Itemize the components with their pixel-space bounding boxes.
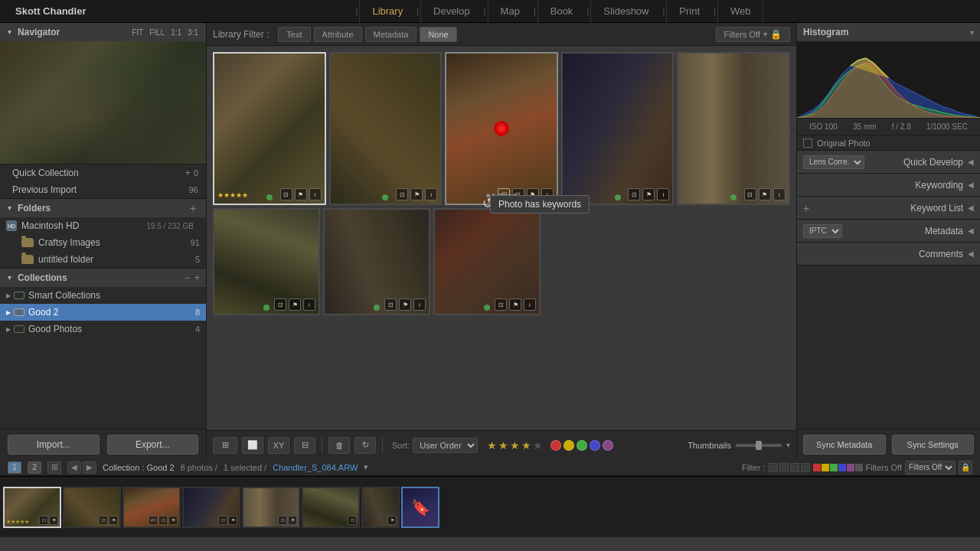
rating-star-5[interactable]: ★ bbox=[533, 439, 543, 452]
rating-star-2[interactable]: ★ bbox=[498, 439, 508, 452]
thumb-3-keyword[interactable]: 🏷 bbox=[149, 516, 158, 525]
next-photo-button[interactable]: ▶ bbox=[83, 461, 96, 474]
grid-photo-8[interactable]: ⊡ ⚑ i bbox=[433, 208, 541, 315]
prev-photo-button[interactable]: ◀ bbox=[67, 461, 81, 474]
filter-none-button[interactable]: None bbox=[420, 27, 456, 42]
filter-icon-1[interactable] bbox=[769, 463, 778, 472]
sort-select[interactable]: User Order bbox=[413, 438, 478, 453]
grid-view-tiny[interactable]: ⊞ bbox=[47, 461, 61, 474]
photo-1-flag-icon[interactable]: ⚑ bbox=[295, 188, 307, 201]
photo-5-info-icon[interactable]: i bbox=[773, 188, 786, 201]
filters-off-select[interactable]: Filters Off bbox=[905, 461, 956, 474]
filmstrip-thumb-5[interactable]: ⊡ ⚑ bbox=[242, 487, 300, 528]
catalog-previous-import[interactable]: Previous Import 96 bbox=[0, 181, 206, 198]
color-red[interactable] bbox=[550, 440, 561, 451]
photo-4-flag-icon[interactable]: ⚑ bbox=[642, 188, 655, 201]
filmstrip-lock-icon[interactable]: 🔒 bbox=[959, 461, 972, 474]
filename-dropdown[interactable]: ▾ bbox=[364, 462, 368, 472]
thumb-4-crop[interactable]: ⊡ bbox=[218, 516, 227, 525]
filmstrip-thumb-1[interactable]: ★★★★★ ⊡ ⚑ bbox=[3, 487, 61, 528]
quick-collection-add[interactable]: + bbox=[185, 168, 191, 178]
histogram-header[interactable]: Histogram ▾ bbox=[797, 23, 980, 41]
catalog-quick-collection[interactable]: Quick Collection + 0 bbox=[0, 165, 206, 181]
filter-none[interactable] bbox=[855, 464, 863, 471]
filmstrip-thumb-7[interactable]: ⚑ bbox=[361, 487, 400, 528]
thumb-3-crop[interactable]: ⊡ bbox=[158, 516, 168, 525]
filter-yellow[interactable] bbox=[822, 464, 829, 471]
zoom-3-1[interactable]: 3:1 bbox=[186, 28, 200, 37]
collections-remove-button[interactable]: − bbox=[185, 272, 190, 283]
rating-star-1[interactable]: ★ bbox=[487, 439, 497, 452]
photo-1-info-icon[interactable]: i bbox=[309, 188, 322, 201]
rating-star-3[interactable]: ★ bbox=[510, 439, 520, 452]
filters-off-control[interactable]: Filters Off ▾ 🔒 bbox=[716, 27, 790, 42]
module-develop[interactable]: Develop bbox=[420, 0, 482, 23]
thumb-7-flag[interactable]: ⚑ bbox=[387, 516, 397, 525]
filter-lock-icon[interactable]: 🔒 bbox=[770, 29, 782, 40]
module-web[interactable]: Web bbox=[717, 0, 764, 23]
color-purple[interactable] bbox=[603, 440, 613, 451]
color-yellow[interactable] bbox=[564, 440, 574, 451]
grid-photo-1[interactable]: ★★★★★ ⊡ ⚑ i bbox=[213, 52, 326, 205]
color-blue[interactable] bbox=[590, 440, 600, 451]
photo-3-flag-icon[interactable]: ⚑ bbox=[527, 188, 539, 201]
photo-5-crop-icon[interactable]: ⊡ bbox=[744, 188, 756, 201]
module-library[interactable]: Library bbox=[359, 0, 415, 23]
filter-red[interactable] bbox=[813, 464, 821, 471]
page-1-button[interactable]: 1 bbox=[8, 461, 21, 474]
photo-7-info-icon[interactable]: i bbox=[413, 298, 426, 311]
filter-icon-4[interactable] bbox=[801, 463, 810, 472]
grid-photo-7[interactable]: ⊡ ⚑ i bbox=[323, 208, 430, 315]
photo-6-crop-icon[interactable]: ⊡ bbox=[274, 298, 286, 311]
zoom-fill[interactable]: FILL bbox=[148, 28, 166, 37]
photo-2-flag-icon[interactable]: ⚑ bbox=[410, 188, 423, 201]
sync-settings-button[interactable]: Sync Settings bbox=[892, 435, 975, 455]
zoom-fit[interactable]: FIT bbox=[130, 28, 145, 37]
keywording-row[interactable]: Keywording ◀ bbox=[797, 174, 980, 197]
thumb-4-flag[interactable]: ⚑ bbox=[228, 516, 237, 525]
thumbnail-slider[interactable] bbox=[736, 444, 782, 447]
photo-4-crop-icon[interactable]: ⊡ bbox=[628, 188, 640, 201]
module-map[interactable]: Map bbox=[488, 0, 532, 23]
compare-view-button[interactable]: XY bbox=[268, 437, 289, 454]
loupe-view-button[interactable]: ⬜ bbox=[242, 437, 263, 454]
lens-correction-row[interactable]: Lens Corre... Quick Develop ◀ bbox=[797, 151, 980, 174]
grid-view-button[interactable]: ⊞ bbox=[213, 437, 237, 454]
collections-header[interactable]: ▼ Collections − + bbox=[0, 269, 206, 287]
thumb-5-flag[interactable]: ⚑ bbox=[288, 516, 297, 525]
photo-8-info-icon[interactable]: i bbox=[524, 298, 536, 311]
grid-photo-4[interactable]: ⊡ ⚑ i bbox=[561, 52, 675, 205]
filter-icon-2[interactable] bbox=[779, 463, 789, 472]
folders-header[interactable]: ▼ Folders + bbox=[0, 199, 206, 217]
photo-2-info-icon[interactable]: i bbox=[425, 188, 437, 201]
filter-green[interactable] bbox=[830, 464, 838, 471]
filmstrip-thumb-2[interactable]: ⊡ ⚑ bbox=[63, 487, 121, 528]
photo-3-info-icon[interactable]: i bbox=[541, 188, 554, 201]
lens-correction-select[interactable]: Lens Corre... bbox=[803, 155, 864, 169]
collection-good2[interactable]: ▶ Good 2 8 bbox=[0, 304, 206, 321]
export-button[interactable]: Export... bbox=[107, 435, 199, 455]
zoom-1-1[interactable]: 1:1 bbox=[169, 28, 183, 37]
photo-2-crop-icon[interactable]: ⊡ bbox=[396, 188, 408, 201]
thumb-2-crop[interactable]: ⊡ bbox=[99, 516, 108, 525]
folder-craftsy[interactable]: Craftsy Images 91 bbox=[0, 234, 206, 251]
import-button[interactable]: Import... bbox=[8, 435, 100, 455]
photo-1-crop-icon[interactable]: ⊡ bbox=[280, 188, 292, 201]
filmstrip-thumb-8[interactable]: 🔖 bbox=[401, 487, 439, 528]
filter-purple[interactable] bbox=[847, 464, 854, 471]
thumb-5-crop[interactable]: ⊡ bbox=[278, 516, 287, 525]
delete-button[interactable]: 🗑 bbox=[328, 437, 350, 454]
filmstrip-thumb-6[interactable]: ⊡ bbox=[302, 487, 360, 528]
iptc-select[interactable]: IPTC bbox=[803, 224, 842, 238]
filmstrip-thumb-3[interactable]: 🏷 ⊡ ⚑ bbox=[122, 487, 181, 528]
thumb-3-flag[interactable]: ⚑ bbox=[168, 516, 178, 525]
grid-photo-3[interactable]: 🏷 ⊡ ⚑ i bbox=[445, 52, 558, 205]
metadata-row[interactable]: IPTC Metadata ◀ bbox=[797, 220, 980, 243]
photo-4-info-icon[interactable]: i bbox=[657, 188, 669, 201]
folder-untitled[interactable]: untitled folder 5 bbox=[0, 251, 206, 268]
keyword-list-add-icon[interactable]: + bbox=[803, 202, 809, 214]
photo-6-flag-icon[interactable]: ⚑ bbox=[289, 298, 301, 311]
page-2-button[interactable]: 2 bbox=[28, 461, 41, 474]
navigator-header[interactable]: ▼ Navigator FIT FILL 1:1 3:1 bbox=[0, 23, 206, 41]
thumb-2-flag[interactable]: ⚑ bbox=[109, 516, 118, 525]
